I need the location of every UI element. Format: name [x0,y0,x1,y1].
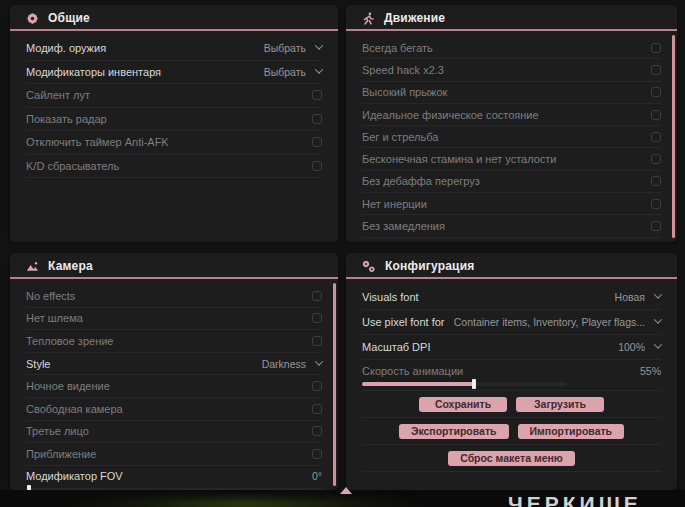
action-button[interactable]: Импортировать [518,424,625,439]
gears-icon [362,260,376,273]
checkbox-row[interactable]: Speed hack x2.3 [362,59,661,81]
checkbox-row[interactable]: Сайлент лут [26,84,322,108]
checkbox-row[interactable]: Показать радар [26,108,322,132]
dropdown-row[interactable]: Модификаторы инвентаряВыбрать [26,61,322,85]
row-label: Бесконечная стамина и нет усталости [362,153,557,165]
row-label: Speed hack x2.3 [362,64,444,76]
slider-handle[interactable] [472,379,476,389]
checkbox-row[interactable]: Приближение [26,443,322,466]
chevron-down-icon [315,65,323,73]
row-label: Высокий прыжок [362,86,447,98]
slider-row[interactable]: Скорость анимации55% [362,360,661,391]
checkbox-row[interactable]: Бесконечная стамина и нет усталости [362,148,661,170]
action-button[interactable]: Загрузить [516,397,604,412]
dropdown-row[interactable]: StyleDarkness [26,353,322,376]
game-background-text: ЧЕРКИШЕ [508,492,642,507]
row-label: Всегда бегать [362,42,433,54]
pink-triangle-marker [340,487,352,494]
checkbox[interactable] [312,404,322,414]
scrollbar[interactable] [672,35,675,238]
checkbox-row[interactable]: No effects [26,285,322,308]
checkbox[interactable] [312,381,322,391]
image-icon [26,260,39,273]
row-label: Модификаторы инвентаря [26,66,161,78]
panel-camera: КамераNo effectsНет шлемаТепловое зрение… [10,253,338,490]
checkbox-row[interactable]: K/D сбрасыватель [26,155,322,179]
row-label: Без замедления [362,220,445,232]
panel-movement: ДвижениеВсегда бегатьSpeed hack x2.3Высо… [346,5,677,242]
checkbox[interactable] [312,426,322,436]
row-label: Visuals font [362,291,419,303]
checkbox-row[interactable]: Тепловое зрение [26,330,322,353]
checkbox-row[interactable]: Без дебаффа перегруз [362,171,661,193]
checkbox[interactable] [651,199,661,209]
checkbox[interactable] [312,137,322,147]
dropdown-control[interactable]: Выбрать [264,42,322,54]
dropdown-value: 100% [618,341,645,353]
checkbox-row[interactable]: Нет инерции [362,193,661,215]
action-button[interactable]: Сохранить [419,397,507,412]
chevron-down-icon [315,42,323,50]
scrollbar[interactable] [333,283,336,486]
checkbox-row[interactable]: Свободная камера [26,398,322,421]
action-button[interactable]: Сброс макета меню [448,451,575,466]
checkbox[interactable] [651,110,661,120]
checkbox-row[interactable]: Нет шлема [26,308,322,331]
checkbox[interactable] [651,154,661,164]
panel-movement-header[interactable]: Движение [346,5,677,31]
panel-title: Конфигурация [385,259,474,273]
dropdown-control[interactable]: Container items, Inventory, Player flags… [454,316,661,328]
dropdown-control[interactable]: Выбрать [264,66,322,78]
row-label: Style [26,358,50,370]
panel-config-header[interactable]: Конфигурация [346,253,677,279]
checkbox[interactable] [651,65,661,75]
dropdown-row[interactable]: Модиф. оружияВыбрать [26,37,322,61]
dropdown-control[interactable]: Новая [615,291,661,303]
dropdown-row[interactable]: Масштаб DPI100% [362,335,661,360]
slider-track[interactable] [362,382,567,386]
slider-fill [362,382,475,386]
checkbox-row[interactable]: Всегда бегать [362,37,661,59]
checkbox[interactable] [312,114,322,124]
dropdown-value: Container items, Inventory, Player flags… [454,316,645,328]
checkbox[interactable] [312,313,322,323]
checkbox-row[interactable]: Третье лицо [26,421,322,444]
panel-camera-header[interactable]: Камера [10,253,338,279]
panel-title: Общие [48,11,90,25]
checkbox-row[interactable]: Высокий прыжок [362,82,661,104]
checkbox-row[interactable]: Отключить таймер Anti-AFK [26,131,322,155]
checkbox-row[interactable]: Ночное видение [26,375,322,398]
dropdown-control[interactable]: Darkness [262,358,322,370]
slider-label: Модификатор FOV [26,470,123,482]
panel-general-header[interactable]: Общие [10,5,338,31]
dropdown-row[interactable]: Use pixel font forContainer items, Inven… [362,310,661,335]
runner-icon [362,12,375,25]
checkbox[interactable] [312,336,322,346]
checkbox[interactable] [651,87,661,97]
checkbox[interactable] [312,291,322,301]
row-label: Показать радар [26,113,107,125]
row-label: Сайлент лут [26,89,90,101]
action-button[interactable]: Экспортировать [399,424,509,439]
panel-title: Движение [384,11,445,25]
panel-general: ОбщиеМодиф. оружияВыбратьМодификаторы ин… [10,5,338,242]
chevron-down-icon [654,340,662,348]
checkbox[interactable] [651,221,661,231]
dropdown-row[interactable]: Visuals fontНовая [362,285,661,310]
checkbox[interactable] [651,132,661,142]
checkbox[interactable] [651,43,661,53]
button-row: СохранитьЗагрузить [362,391,661,418]
checkbox[interactable] [651,176,661,186]
dropdown-control[interactable]: 100% [618,341,661,353]
chevron-down-icon [654,290,662,298]
row-label: Ночное видение [26,380,110,392]
row-label: Без дебаффа перегруз [362,175,480,187]
checkbox[interactable] [312,161,322,171]
checkbox[interactable] [312,90,322,100]
checkbox-row[interactable]: Идеальное физическое состояние [362,104,661,126]
checkbox-row[interactable]: Без замедления [362,215,661,237]
checkbox[interactable] [312,449,322,459]
slider-row[interactable]: Модификатор FOV0° [26,466,322,490]
checkbox-row[interactable]: Бег и стрельба [362,126,661,148]
row-label: Приближение [26,448,96,460]
